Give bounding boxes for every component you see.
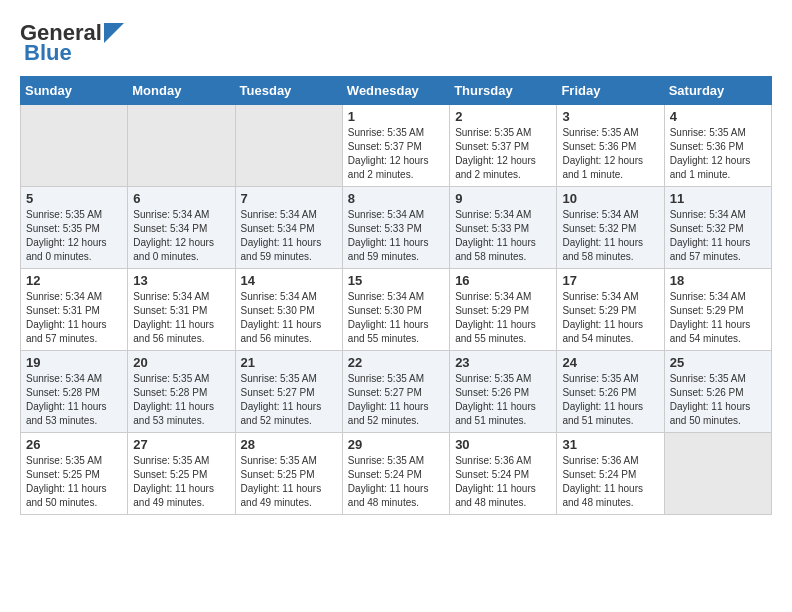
day-info: Sunrise: 5:34 AM Sunset: 5:34 PM Dayligh… xyxy=(133,208,229,264)
calendar-week-3: 12Sunrise: 5:34 AM Sunset: 5:31 PM Dayli… xyxy=(21,269,772,351)
day-number: 31 xyxy=(562,437,658,452)
day-info: Sunrise: 5:34 AM Sunset: 5:29 PM Dayligh… xyxy=(455,290,551,346)
calendar-cell: 6Sunrise: 5:34 AM Sunset: 5:34 PM Daylig… xyxy=(128,187,235,269)
day-info: Sunrise: 5:34 AM Sunset: 5:31 PM Dayligh… xyxy=(26,290,122,346)
day-info: Sunrise: 5:35 AM Sunset: 5:26 PM Dayligh… xyxy=(455,372,551,428)
logo-blue: Blue xyxy=(24,40,72,66)
day-info: Sunrise: 5:34 AM Sunset: 5:34 PM Dayligh… xyxy=(241,208,337,264)
calendar-header-row: SundayMondayTuesdayWednesdayThursdayFrid… xyxy=(21,77,772,105)
calendar-cell: 5Sunrise: 5:35 AM Sunset: 5:35 PM Daylig… xyxy=(21,187,128,269)
calendar-week-5: 26Sunrise: 5:35 AM Sunset: 5:25 PM Dayli… xyxy=(21,433,772,515)
calendar-cell: 13Sunrise: 5:34 AM Sunset: 5:31 PM Dayli… xyxy=(128,269,235,351)
calendar-cell: 2Sunrise: 5:35 AM Sunset: 5:37 PM Daylig… xyxy=(450,105,557,187)
day-number: 10 xyxy=(562,191,658,206)
calendar-cell xyxy=(21,105,128,187)
day-number: 1 xyxy=(348,109,444,124)
day-number: 12 xyxy=(26,273,122,288)
day-info: Sunrise: 5:36 AM Sunset: 5:24 PM Dayligh… xyxy=(562,454,658,510)
day-info: Sunrise: 5:35 AM Sunset: 5:27 PM Dayligh… xyxy=(348,372,444,428)
day-info: Sunrise: 5:34 AM Sunset: 5:30 PM Dayligh… xyxy=(241,290,337,346)
day-number: 22 xyxy=(348,355,444,370)
svg-marker-0 xyxy=(104,23,124,43)
day-info: Sunrise: 5:35 AM Sunset: 5:26 PM Dayligh… xyxy=(562,372,658,428)
logo-icon xyxy=(104,23,124,43)
calendar-cell: 15Sunrise: 5:34 AM Sunset: 5:30 PM Dayli… xyxy=(342,269,449,351)
day-number: 14 xyxy=(241,273,337,288)
calendar-cell: 8Sunrise: 5:34 AM Sunset: 5:33 PM Daylig… xyxy=(342,187,449,269)
day-number: 4 xyxy=(670,109,766,124)
calendar-cell: 29Sunrise: 5:35 AM Sunset: 5:24 PM Dayli… xyxy=(342,433,449,515)
calendar-cell: 14Sunrise: 5:34 AM Sunset: 5:30 PM Dayli… xyxy=(235,269,342,351)
calendar-cell xyxy=(128,105,235,187)
calendar-cell: 18Sunrise: 5:34 AM Sunset: 5:29 PM Dayli… xyxy=(664,269,771,351)
calendar-cell: 17Sunrise: 5:34 AM Sunset: 5:29 PM Dayli… xyxy=(557,269,664,351)
calendar-cell: 7Sunrise: 5:34 AM Sunset: 5:34 PM Daylig… xyxy=(235,187,342,269)
header-sunday: Sunday xyxy=(21,77,128,105)
page-header: General Blue xyxy=(20,20,772,66)
calendar-cell: 4Sunrise: 5:35 AM Sunset: 5:36 PM Daylig… xyxy=(664,105,771,187)
day-number: 24 xyxy=(562,355,658,370)
calendar-cell: 12Sunrise: 5:34 AM Sunset: 5:31 PM Dayli… xyxy=(21,269,128,351)
header-tuesday: Tuesday xyxy=(235,77,342,105)
day-info: Sunrise: 5:35 AM Sunset: 5:36 PM Dayligh… xyxy=(670,126,766,182)
header-monday: Monday xyxy=(128,77,235,105)
day-number: 30 xyxy=(455,437,551,452)
day-info: Sunrise: 5:35 AM Sunset: 5:35 PM Dayligh… xyxy=(26,208,122,264)
header-thursday: Thursday xyxy=(450,77,557,105)
day-number: 16 xyxy=(455,273,551,288)
day-info: Sunrise: 5:34 AM Sunset: 5:32 PM Dayligh… xyxy=(562,208,658,264)
day-info: Sunrise: 5:35 AM Sunset: 5:26 PM Dayligh… xyxy=(670,372,766,428)
day-info: Sunrise: 5:34 AM Sunset: 5:29 PM Dayligh… xyxy=(670,290,766,346)
day-number: 11 xyxy=(670,191,766,206)
calendar-cell: 11Sunrise: 5:34 AM Sunset: 5:32 PM Dayli… xyxy=(664,187,771,269)
day-number: 18 xyxy=(670,273,766,288)
calendar-table: SundayMondayTuesdayWednesdayThursdayFrid… xyxy=(20,76,772,515)
day-number: 19 xyxy=(26,355,122,370)
day-info: Sunrise: 5:34 AM Sunset: 5:32 PM Dayligh… xyxy=(670,208,766,264)
day-info: Sunrise: 5:35 AM Sunset: 5:37 PM Dayligh… xyxy=(348,126,444,182)
day-number: 13 xyxy=(133,273,229,288)
day-number: 21 xyxy=(241,355,337,370)
day-info: Sunrise: 5:35 AM Sunset: 5:25 PM Dayligh… xyxy=(133,454,229,510)
calendar-week-2: 5Sunrise: 5:35 AM Sunset: 5:35 PM Daylig… xyxy=(21,187,772,269)
calendar-cell: 26Sunrise: 5:35 AM Sunset: 5:25 PM Dayli… xyxy=(21,433,128,515)
calendar-cell: 28Sunrise: 5:35 AM Sunset: 5:25 PM Dayli… xyxy=(235,433,342,515)
calendar-cell: 22Sunrise: 5:35 AM Sunset: 5:27 PM Dayli… xyxy=(342,351,449,433)
day-info: Sunrise: 5:34 AM Sunset: 5:33 PM Dayligh… xyxy=(455,208,551,264)
day-number: 2 xyxy=(455,109,551,124)
day-number: 5 xyxy=(26,191,122,206)
day-number: 9 xyxy=(455,191,551,206)
header-friday: Friday xyxy=(557,77,664,105)
day-info: Sunrise: 5:34 AM Sunset: 5:31 PM Dayligh… xyxy=(133,290,229,346)
day-number: 26 xyxy=(26,437,122,452)
calendar-cell: 21Sunrise: 5:35 AM Sunset: 5:27 PM Dayli… xyxy=(235,351,342,433)
day-info: Sunrise: 5:35 AM Sunset: 5:25 PM Dayligh… xyxy=(241,454,337,510)
day-number: 28 xyxy=(241,437,337,452)
calendar-week-4: 19Sunrise: 5:34 AM Sunset: 5:28 PM Dayli… xyxy=(21,351,772,433)
day-number: 29 xyxy=(348,437,444,452)
day-number: 25 xyxy=(670,355,766,370)
day-info: Sunrise: 5:35 AM Sunset: 5:25 PM Dayligh… xyxy=(26,454,122,510)
day-number: 8 xyxy=(348,191,444,206)
calendar-cell: 10Sunrise: 5:34 AM Sunset: 5:32 PM Dayli… xyxy=(557,187,664,269)
day-number: 17 xyxy=(562,273,658,288)
calendar-cell: 3Sunrise: 5:35 AM Sunset: 5:36 PM Daylig… xyxy=(557,105,664,187)
calendar-cell xyxy=(235,105,342,187)
day-info: Sunrise: 5:34 AM Sunset: 5:29 PM Dayligh… xyxy=(562,290,658,346)
day-number: 7 xyxy=(241,191,337,206)
header-wednesday: Wednesday xyxy=(342,77,449,105)
day-info: Sunrise: 5:35 AM Sunset: 5:36 PM Dayligh… xyxy=(562,126,658,182)
day-number: 27 xyxy=(133,437,229,452)
day-number: 23 xyxy=(455,355,551,370)
calendar-cell: 23Sunrise: 5:35 AM Sunset: 5:26 PM Dayli… xyxy=(450,351,557,433)
calendar-cell: 30Sunrise: 5:36 AM Sunset: 5:24 PM Dayli… xyxy=(450,433,557,515)
calendar-cell: 20Sunrise: 5:35 AM Sunset: 5:28 PM Dayli… xyxy=(128,351,235,433)
day-info: Sunrise: 5:36 AM Sunset: 5:24 PM Dayligh… xyxy=(455,454,551,510)
day-info: Sunrise: 5:35 AM Sunset: 5:24 PM Dayligh… xyxy=(348,454,444,510)
day-number: 6 xyxy=(133,191,229,206)
day-info: Sunrise: 5:34 AM Sunset: 5:28 PM Dayligh… xyxy=(26,372,122,428)
calendar-cell: 16Sunrise: 5:34 AM Sunset: 5:29 PM Dayli… xyxy=(450,269,557,351)
calendar-cell xyxy=(664,433,771,515)
logo: General Blue xyxy=(20,20,124,66)
day-number: 20 xyxy=(133,355,229,370)
